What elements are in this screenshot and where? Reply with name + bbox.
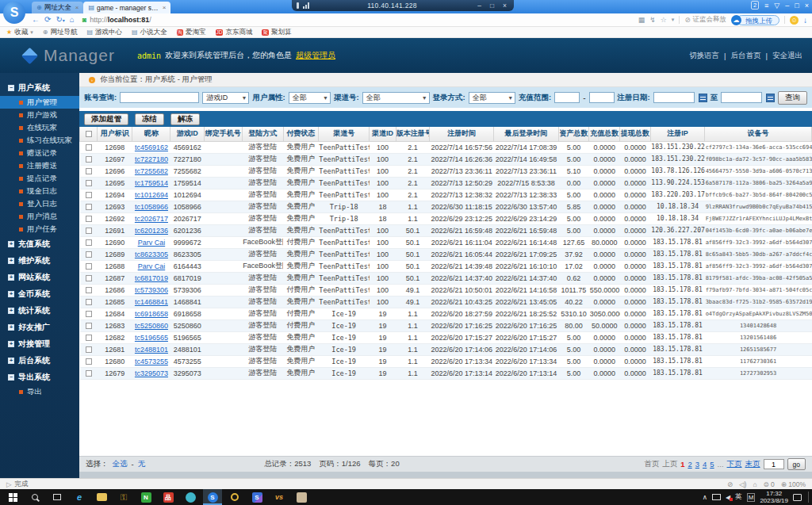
menu-icon[interactable]: ≡ [764, 2, 768, 10]
home-icon[interactable]: ⌂ [70, 16, 75, 24]
row-checkbox[interactable] [86, 323, 92, 329]
row-checkbox[interactable] [86, 204, 92, 210]
sidebar-item-导出[interactable]: 导出 [0, 385, 79, 398]
row-checkbox[interactable] [86, 370, 92, 377]
row-checkbox[interactable] [86, 346, 92, 353]
sidebar-item-用户消息[interactable]: 用户消息 [0, 210, 79, 223]
sidebar-section-好友推广[interactable]: +好友推广 [0, 319, 79, 335]
pin-icon[interactable] [297, 2, 299, 9]
row-checkbox[interactable] [86, 216, 92, 222]
select-all-link[interactable]: 全选 [113, 459, 128, 469]
refresh-icon[interactable]: ⟳ [44, 16, 51, 24]
nickname-link[interactable]: tc4569162 [135, 143, 168, 151]
sidebar-item-提点记录[interactable]: 提点记录 [0, 172, 79, 185]
logout-link[interactable]: 安全退出 [772, 51, 802, 61]
sidebar-item-赠送记录[interactable]: 赠送记录 [0, 147, 79, 159]
login-type-select[interactable]: 全部▼ [469, 92, 515, 104]
favorite-star-icon[interactable]: ☆ [661, 16, 667, 24]
select-all-checkbox[interactable] [86, 131, 92, 137]
toolbar-button-冻结[interactable]: 冻结 [135, 113, 164, 125]
nickname-link[interactable]: tc8623305 [135, 251, 168, 258]
sidebar-section-充值系统[interactable]: +充值系统 [0, 235, 79, 252]
sidebar-item-练习在线玩家[interactable]: 练习在线玩家 [0, 134, 79, 147]
taskbar-app-vs[interactable]: vs [270, 489, 289, 505]
toolbar-button-解冻[interactable]: 解冻 [170, 113, 200, 125]
tab-count-badge[interactable]: 2 [751, 1, 759, 10]
collapse-icon[interactable]: − [8, 85, 14, 91]
sidebar-section-维护系统[interactable]: +维护系统 [0, 252, 79, 269]
row-checkbox[interactable] [86, 239, 92, 246]
show-desktop-button[interactable] [808, 492, 809, 503]
nickname-link[interactable]: tc2488101 [135, 346, 168, 354]
row-checkbox[interactable] [86, 180, 92, 186]
sidebar-item-注册赠送[interactable]: 注册赠送 [0, 159, 79, 172]
nickname-link[interactable]: tc1468841 [135, 298, 168, 306]
news-ticker[interactable]: ⊘证监会释放 [684, 15, 726, 25]
expand-icon[interactable]: + [8, 274, 14, 281]
row-checkbox[interactable] [86, 358, 92, 365]
search-button[interactable] [25, 489, 44, 505]
row-checkbox[interactable] [86, 228, 92, 234]
sidebar-section-对接管理[interactable]: +对接管理 [0, 335, 79, 352]
taskbar-app-network[interactable]: 品 [159, 489, 178, 505]
sidebar-item-用户游戏[interactable]: 用户游戏 [0, 109, 79, 121]
task-view-button[interactable] [48, 489, 67, 505]
ime-mode-icon[interactable]: M [747, 493, 756, 502]
prev-page-link[interactable]: 上页 [662, 459, 677, 469]
switch-language-link[interactable]: 切换语言 [689, 51, 719, 61]
last-page-link[interactable]: 末页 [745, 459, 760, 469]
speaker-icon[interactable]: ◁) [739, 480, 746, 488]
account-search-input[interactable] [120, 92, 199, 103]
user-attr-select[interactable]: 全部▼ [289, 92, 331, 104]
sidebar-section-金币系统[interactable]: +金币系统 [0, 285, 79, 302]
row-checkbox[interactable] [86, 287, 92, 293]
sidebar-item-登入日志[interactable]: 登入日志 [0, 197, 79, 210]
toolbar-button-添加超管[interactable]: 添加超管 [84, 113, 128, 125]
row-checkbox[interactable] [86, 156, 92, 163]
nickname-link[interactable]: tc1058966 [135, 203, 168, 211]
page-link-5[interactable]: 5 [710, 460, 714, 469]
expand-icon[interactable]: + [8, 258, 14, 264]
calendar-icon[interactable] [699, 94, 707, 102]
sidebar-item-在线玩家[interactable]: 在线玩家 [0, 121, 79, 134]
taskbar-app-sphere[interactable] [181, 489, 200, 505]
taskbar-app-clock[interactable] [225, 489, 244, 505]
maximize-button[interactable]: □ [795, 2, 799, 10]
backend-home-link[interactable]: 后台首页 [731, 51, 761, 61]
recharge-max-input[interactable] [589, 92, 615, 103]
search-button[interactable]: 查询 [778, 91, 807, 105]
bookmark-item[interactable]: ★收藏▾ [6, 28, 33, 37]
browser-tab-manager[interactable]: ▤ game - manager syst × [83, 2, 170, 13]
page-link-3[interactable]: 3 [695, 460, 699, 469]
rdp-restore-button[interactable]: □ [488, 2, 496, 10]
nickname-link[interactable]: tc1012694 [135, 191, 168, 199]
nickname-link[interactable]: tc2026717 [135, 215, 168, 223]
shield-count[interactable]: ⊜ 0 [764, 480, 775, 488]
ime-indicator[interactable]: 英 [735, 492, 742, 502]
bookmark-item[interactable]: ▤小说大全 [132, 28, 167, 37]
nickname-link[interactable]: Parv Cai [138, 239, 166, 247]
url-field[interactable]: ◙ http://localhost:81/ [79, 15, 634, 25]
drag-upload-button[interactable]: ☁ 拖拽上传 [731, 15, 779, 25]
nickname-link[interactable]: tc5739306 [135, 286, 168, 294]
apps-grid-icon[interactable]: ▦ [638, 16, 645, 24]
nickname-link[interactable]: tc3295073 [135, 369, 168, 377]
home-icon[interactable]: ⌂ [753, 480, 756, 488]
register-date-from-input[interactable] [653, 92, 695, 103]
download-icon[interactable]: ↓ [803, 16, 807, 25]
zoom-level[interactable]: ⊕ 100% [781, 480, 806, 488]
nickname-link[interactable]: tc5250860 [135, 322, 168, 330]
sidebar-item-用户任务[interactable]: 用户任务 [0, 223, 79, 235]
sidebar-section-统计系统[interactable]: +统计系统 [0, 302, 79, 319]
row-checkbox[interactable] [86, 275, 92, 281]
bookmark-item[interactable]: ▤游戏中心 [86, 28, 122, 37]
nickname-link[interactable]: tc7227180 [135, 155, 168, 163]
sidebar-section-后台系统[interactable]: +后台系统 [0, 352, 79, 369]
row-checkbox[interactable] [86, 251, 92, 258]
sidebar-section-用户系统[interactable]: −用户系统 [0, 79, 79, 96]
taskbar-app-ie[interactable]: e [70, 489, 89, 505]
history-dropdown-icon[interactable]: ↻▾ [56, 16, 64, 24]
sidebar-section-导出系统[interactable]: −导出系统 [0, 369, 79, 385]
nickname-link[interactable]: tc7255682 [135, 167, 168, 175]
nickname-link[interactable]: Parv Cai [138, 262, 166, 270]
